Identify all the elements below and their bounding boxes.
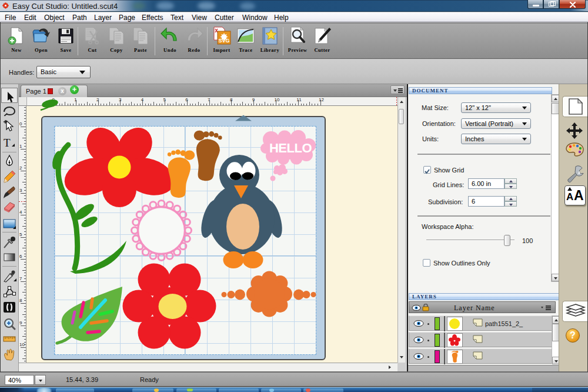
svg-text:T: T [4, 137, 11, 149]
svg-text:HELLO: HELLO [269, 141, 312, 155]
svg-text:SVG: SVG [218, 38, 229, 44]
